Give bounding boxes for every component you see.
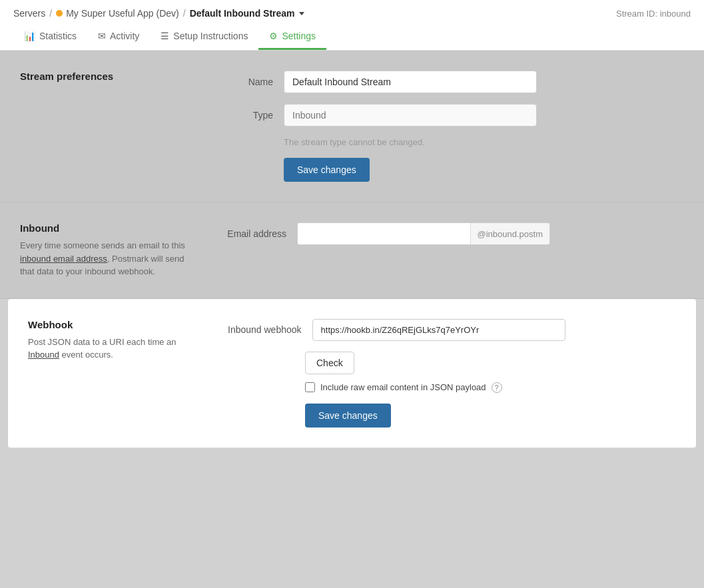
type-row: Type [206, 104, 684, 127]
email-label: Email address [220, 228, 286, 239]
inbound-section: Inbound Every time someone sends an emai… [0, 202, 704, 299]
tab-activity[interactable]: ✉ Activity [87, 24, 150, 50]
breadcrumb-current-label: Default Inbound Stream [190, 8, 295, 19]
top-bar: Servers / My Super Useful App (Dev) / De… [0, 0, 704, 51]
webhook-left: Webhook Post JSON data to a URI each tim… [28, 319, 201, 428]
webhook-section: Webhook Post JSON data to a URI each tim… [8, 299, 696, 448]
breadcrumb-dropdown-icon [299, 12, 304, 15]
inbound-desc-text1: Every time someone sends an email to thi… [20, 240, 185, 250]
webhook-inner: Webhook Post JSON data to a URI each tim… [28, 319, 676, 428]
email-row: Email address @inbound.postm [220, 222, 684, 245]
tabs-row: 📊 Statistics ✉ Activity ☰ Setup Instruct… [13, 24, 691, 50]
webhook-url-row: Inbound webhook [228, 319, 676, 341]
breadcrumb-row: Servers / My Super Useful App (Dev) / De… [13, 0, 691, 24]
checkbox-row: Include raw email content in JSON payloa… [305, 382, 676, 393]
tab-settings[interactable]: ⚙ Settings [258, 24, 326, 50]
stream-preferences-inner: Stream preferences Name Type The stream … [20, 71, 684, 182]
breadcrumb-sep2: / [183, 8, 186, 19]
breadcrumb-app-label: My Super Useful App (Dev) [66, 8, 179, 19]
inbound-inner: Inbound Every time someone sends an emai… [20, 222, 684, 278]
name-label: Name [206, 77, 273, 87]
breadcrumb-servers[interactable]: Servers [13, 8, 45, 19]
help-icon[interactable]: ? [492, 382, 502, 393]
email-input[interactable] [298, 223, 470, 244]
stream-preferences-section: Stream preferences Name Type The stream … [0, 51, 704, 202]
tab-activity-label: Activity [110, 31, 139, 41]
raw-email-checkbox[interactable] [305, 382, 315, 392]
stream-id: Stream ID: inbound [616, 9, 691, 19]
breadcrumb-current[interactable]: Default Inbound Stream [190, 8, 304, 19]
lines-icon: ☰ [161, 31, 169, 41]
webhook-desc-text2: event occurs. [59, 350, 113, 360]
stream-preferences-save-row: Save changes [284, 158, 684, 182]
app-status-dot [56, 10, 63, 17]
inbound-email-link[interactable]: inbound email address [20, 254, 107, 264]
breadcrumb: Servers / My Super Useful App (Dev) / De… [13, 8, 304, 19]
type-input [284, 104, 537, 127]
type-hint: The stream type cannot be changed. [284, 137, 684, 147]
webhook-right: Inbound webhook Check Include raw email … [228, 319, 676, 428]
tab-statistics[interactable]: 📊 Statistics [13, 24, 87, 50]
breadcrumb-sep1: / [49, 8, 52, 19]
stream-preferences-save-button[interactable]: Save changes [284, 158, 370, 182]
checkbox-label: Include raw email content in JSON payloa… [320, 382, 486, 392]
gear-icon: ⚙ [269, 31, 278, 41]
inbound-right: Email address @inbound.postm [220, 222, 684, 278]
tab-setup-instructions[interactable]: ☰ Setup Instructions [150, 24, 258, 50]
webhook-label: Inbound webhook [228, 324, 302, 335]
inbound-desc: Every time someone sends an email to thi… [20, 239, 193, 278]
tab-statistics-label: Statistics [39, 31, 77, 41]
name-input[interactable] [284, 71, 537, 93]
bar-chart-icon: 📊 [24, 31, 35, 41]
inbound-left: Inbound Every time someone sends an emai… [20, 222, 193, 278]
webhook-desc: Post JSON data to a URI each time an Inb… [28, 336, 201, 362]
webhook-desc-text1: Post JSON data to a URI each time an [28, 337, 176, 347]
breadcrumb-app[interactable]: My Super Useful App (Dev) [56, 8, 179, 19]
webhook-url-input[interactable] [312, 319, 565, 341]
webhook-inbound-link[interactable]: Inbound [28, 350, 59, 360]
page-wrapper: Servers / My Super Useful App (Dev) / De… [0, 0, 704, 588]
tab-setup-label: Setup Instructions [173, 31, 248, 41]
check-button[interactable]: Check [305, 352, 354, 374]
email-input-wrap: @inbound.postm [297, 222, 550, 245]
inbound-title: Inbound [20, 222, 193, 234]
main-content: Stream preferences Name Type The stream … [0, 51, 704, 448]
envelope-icon: ✉ [98, 31, 106, 41]
name-row: Name [206, 71, 684, 93]
webhook-save-button[interactable]: Save changes [305, 404, 391, 428]
stream-preferences-title: Stream preferences [20, 71, 180, 82]
type-label: Type [206, 110, 273, 121]
webhook-title: Webhook [28, 319, 201, 330]
check-row: Check [305, 352, 676, 374]
webhook-save-row: Save changes [305, 404, 676, 428]
stream-preferences-right: Name Type The stream type cannot be chan… [206, 71, 684, 182]
tab-settings-label: Settings [282, 31, 316, 41]
stream-preferences-left: Stream preferences [20, 71, 180, 182]
email-suffix: @inbound.postm [470, 223, 549, 244]
